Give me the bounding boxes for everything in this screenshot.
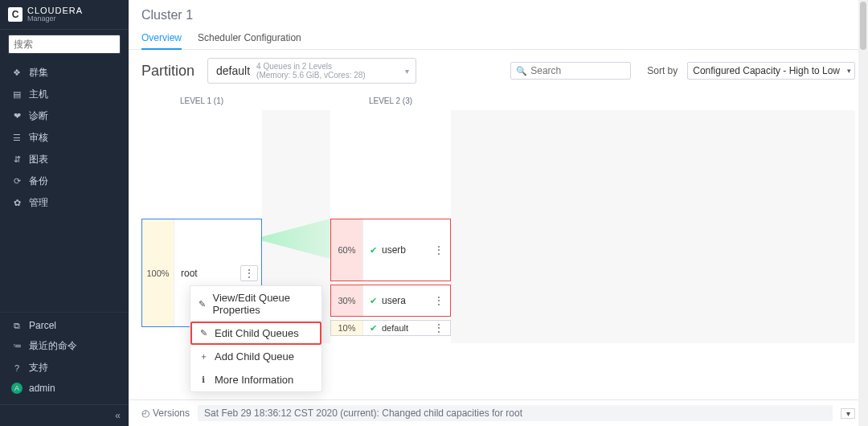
check-icon: ✔ (370, 245, 377, 256)
search-input[interactable] (530, 65, 625, 76)
queue-name: root (181, 268, 198, 279)
sidebar-item-support[interactable]: ?支持 (0, 357, 129, 379)
plus-icon: ＋ (199, 350, 208, 363)
sort-by-value: Configured Capacity - High to Low (693, 65, 840, 76)
clusters-icon: ❖ (11, 68, 23, 78)
brand: C CLOUDERA Manager (0, 0, 129, 30)
sidebar-item-label: 备份 (29, 174, 48, 188)
sidebar-item-label: 诊断 (29, 109, 48, 123)
charts-icon: ⇵ (11, 154, 23, 165)
pencil-icon: ✎ (199, 328, 208, 338)
kebab-icon[interactable]: ⋮ (240, 265, 258, 281)
level-1-header: LEVEL 1 (1) (141, 92, 262, 110)
sidebar-item-label: admin (29, 383, 55, 394)
partition-select[interactable]: default 4 Queues in 2 Levels (Memory: 5.… (207, 58, 416, 84)
sidebar-item-label: Parcel (29, 320, 56, 331)
queue-pct: 30% (331, 285, 363, 316)
queue-pct: 100% (142, 219, 174, 326)
level-2-header: LEVEL 2 (3) (330, 92, 451, 110)
footer: ◴Versions Sat Feb 29 18:36:12 CST 2020 (… (129, 399, 868, 426)
partition-subtext-2: (Memory: 5.6 GiB, vCores: 28) (256, 71, 366, 80)
kebab-icon[interactable]: ⋮ (431, 293, 447, 308)
sidebar-item-parcel[interactable]: ⧉Parcel (0, 316, 129, 335)
versions-link[interactable]: ◴Versions (141, 408, 190, 419)
partition-label: Partition (141, 63, 194, 80)
tab-scheduler-config[interactable]: Scheduler Configuration (198, 27, 301, 49)
sidebar-item-charts[interactable]: ⇵图表 (0, 149, 129, 170)
menu-view-edit-properties[interactable]: ✎View/Edit Queue Properties (190, 286, 321, 322)
menu-item-label: Edit Child Queues (215, 327, 299, 339)
chevron-down-icon: ▾ (847, 67, 851, 75)
sidebar-item-label: 最近的命令 (29, 339, 77, 353)
queue-default[interactable]: 10% ✔default ⋮ (330, 320, 451, 336)
footer-message: Sat Feb 29 18:36:12 CST 2020 (current): … (198, 405, 833, 421)
sidebar-nav: ❖群集 ▤主机 ❤诊断 ☰审核 ⇵图表 ⟳备份 ✿管理 (0, 59, 129, 312)
sidebar-item-label: 管理 (29, 196, 48, 210)
clock-icon: ◴ (141, 408, 149, 419)
sidebar-item-administration[interactable]: ✿管理 (0, 192, 129, 214)
menu-item-label: More Information (215, 374, 293, 386)
sidebar-item-label: 支持 (29, 361, 48, 375)
scrollbar-vertical[interactable] (858, 0, 868, 426)
menu-add-child-queue[interactable]: ＋Add Child Queue (190, 345, 321, 368)
sidebar-collapse[interactable]: « (0, 404, 129, 426)
recent-icon: ≔ (11, 341, 23, 351)
brand-badge: C (8, 7, 23, 22)
sidebar-item-hosts[interactable]: ▤主机 (0, 84, 129, 105)
search-box[interactable]: 🔍 (510, 62, 631, 80)
queue-name: default (382, 323, 408, 333)
queue-userb[interactable]: 60% ✔userb ⋮ (330, 219, 451, 281)
kebab-icon[interactable]: ⋮ (431, 321, 447, 335)
chevron-down-icon: ▾ (405, 67, 409, 76)
user-avatar-icon: A (11, 383, 23, 394)
connector (262, 219, 330, 259)
tab-overview[interactable]: Overview (141, 27, 182, 50)
audit-icon: ☰ (11, 133, 23, 143)
page-title: Cluster 1 (129, 0, 868, 27)
sort-by-select[interactable]: Configured Capacity - High to Low ▾ (687, 62, 855, 80)
menu-edit-child-queues[interactable]: ✎Edit Child Queues (190, 322, 321, 345)
sidebar-item-label: 审核 (29, 131, 48, 145)
queue-canvas: 100% root ⋮ 60% ✔userb ⋮ 30% ✔usera ⋮ 10… (141, 110, 855, 343)
queue-name: usera (382, 295, 406, 306)
context-menu: ✎View/Edit Queue Properties ✎Edit Child … (190, 285, 322, 392)
queue-pct: 10% (331, 321, 363, 335)
sidebar-search-input[interactable] (8, 35, 121, 54)
pencil-icon: ✎ (199, 299, 206, 309)
partition-subtext-1: 4 Queues in 2 Levels (256, 62, 366, 71)
parcel-icon: ⧉ (11, 321, 23, 331)
sidebar-item-recent[interactable]: ≔最近的命令 (0, 335, 129, 357)
menu-item-label: View/Edit Queue Properties (212, 292, 313, 316)
sidebar-item-backup[interactable]: ⟳备份 (0, 170, 129, 192)
menu-item-label: Add Child Queue (215, 350, 294, 363)
hosts-icon: ▤ (11, 89, 23, 100)
menu-more-information[interactable]: ℹMore Information (190, 368, 321, 391)
sidebar: C CLOUDERA Manager ❖群集 ▤主机 ❤诊断 ☰审核 ⇵图表 ⟳… (0, 0, 129, 426)
backup-icon: ⟳ (11, 176, 23, 186)
tabs: Overview Scheduler Configuration (129, 27, 868, 50)
scrollbar-thumb[interactable] (860, 2, 866, 50)
search-icon: 🔍 (516, 66, 527, 76)
brand-sub: Manager (27, 15, 83, 23)
sidebar-item-label: 图表 (29, 153, 48, 166)
sidebar-item-audit[interactable]: ☰审核 (0, 127, 129, 149)
check-icon: ✔ (370, 323, 377, 334)
admin-icon: ✿ (11, 198, 23, 208)
main: Cluster 1 Overview Scheduler Configurati… (129, 0, 868, 426)
sort-by-label: Sort by (647, 65, 678, 76)
sidebar-item-user[interactable]: Aadmin (0, 379, 129, 398)
support-icon: ? (11, 363, 23, 373)
sidebar-item-label: 主机 (29, 88, 48, 101)
queue-name: userb (382, 244, 406, 256)
sidebar-item-clusters[interactable]: ❖群集 (0, 62, 129, 84)
kebab-icon[interactable]: ⋮ (431, 243, 447, 257)
versions-label: Versions (153, 408, 190, 419)
sidebar-item-label: 群集 (29, 66, 48, 80)
queue-usera[interactable]: 30% ✔usera ⋮ (330, 285, 451, 317)
info-icon: ℹ (199, 375, 208, 385)
partition-value: default (216, 64, 250, 77)
toolbar: Partition default 4 Queues in 2 Levels (… (129, 50, 868, 92)
footer-dropdown[interactable]: ▾ (841, 408, 855, 419)
sidebar-item-diagnostics[interactable]: ❤诊断 (0, 105, 129, 127)
queue-pct: 60% (331, 219, 363, 281)
